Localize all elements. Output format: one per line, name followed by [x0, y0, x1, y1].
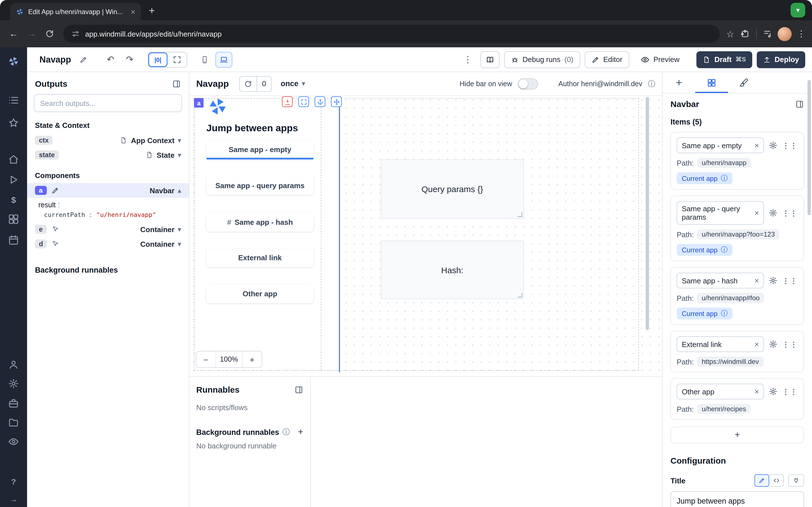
item-path[interactable]: u/henri/recipes [697, 404, 751, 414]
chevron-down-icon[interactable]: ▾ [178, 136, 181, 144]
gear-icon[interactable] [8, 378, 19, 389]
item-label-input[interactable]: Same app - query params × [677, 201, 764, 225]
gear-icon[interactable] [769, 209, 777, 217]
help-icon[interactable]: ? [8, 476, 19, 487]
drag-handle[interactable]: ⋮⋮ [782, 340, 798, 348]
anchor-icon[interactable] [315, 96, 325, 107]
site-settings-icon[interactable] [71, 29, 80, 38]
item-path[interactable]: u/henri/navapp [697, 158, 751, 168]
star-icon[interactable] [8, 117, 19, 128]
redo-button[interactable]: ↷ [122, 52, 138, 67]
item-path[interactable]: https://windmill.dev [697, 356, 763, 367]
connect-plug-icon[interactable] [788, 474, 804, 487]
close-icon[interactable]: × [755, 141, 759, 150]
address-bar[interactable]: app.windmill.dev/apps/edit/u/henri/navap… [63, 25, 719, 43]
move-icon[interactable] [331, 96, 342, 107]
component-row-container-d[interactable]: d Container ▾ [34, 237, 182, 251]
back-button[interactable]: ← [6, 26, 21, 42]
static-mode-pencil-icon[interactable] [755, 474, 769, 487]
desktop-view-icon[interactable] [215, 52, 232, 67]
resources-icon[interactable] [8, 214, 19, 225]
panel-icon[interactable] [795, 100, 804, 108]
dollar-icon[interactable]: $ [8, 194, 19, 205]
item-path[interactable]: u/henri/navapp?foo=123 [697, 229, 779, 239]
close-icon[interactable]: × [755, 387, 759, 396]
canvas-scrollbar[interactable] [646, 97, 649, 330]
title-field-input[interactable] [670, 491, 804, 507]
toolbox-icon[interactable] [8, 398, 19, 409]
item-label-input[interactable]: Other app × [677, 384, 764, 399]
component-row-navbar[interactable]: a Navbar ▴ [27, 183, 189, 198]
home-icon[interactable] [8, 154, 19, 165]
nav-item-same-app-query-params[interactable]: Same app - query params [206, 176, 313, 195]
chevron-down-icon[interactable]: ▾ [178, 240, 181, 247]
playlist-icon[interactable] [763, 29, 773, 39]
debug-runs-button[interactable]: Debug runs (0) [504, 51, 580, 68]
play-icon[interactable] [8, 174, 19, 185]
drag-handle[interactable]: ⋮⋮ [782, 276, 798, 285]
tab-close-button[interactable]: × [131, 7, 135, 16]
arrow-right-icon[interactable]: → [8, 494, 19, 505]
gear-icon[interactable] [769, 141, 777, 150]
result-line[interactable]: result: [34, 198, 182, 210]
gear-icon[interactable] [769, 276, 777, 285]
windmill-logo[interactable] [8, 56, 19, 67]
url-text[interactable]: app.windmill.dev/apps/edit/u/henri/navap… [85, 30, 221, 38]
info-icon[interactable]: ⓘ [283, 427, 290, 437]
drag-handle[interactable]: ⋮⋮ [782, 387, 798, 396]
refresh-button[interactable] [240, 76, 257, 91]
insert-down-icon[interactable] [282, 96, 293, 107]
gear-icon[interactable] [769, 340, 777, 349]
app-canvas[interactable]: a Jump between apps Same app - e [190, 96, 662, 376]
gear-icon[interactable] [769, 387, 777, 396]
chevron-down-icon[interactable]: ▾ [178, 151, 181, 159]
navbar-component-area[interactable] [195, 99, 339, 370]
ctx-row[interactable]: ctx App Context ▾ [34, 133, 182, 148]
info-icon[interactable]: ⓘ [721, 245, 728, 255]
chevron-up-icon[interactable]: ▴ [178, 187, 181, 194]
add-item-button[interactable]: + [670, 427, 804, 443]
hide-bar-toggle[interactable] [518, 78, 538, 89]
bookmark-star-button[interactable]: ☆ [725, 29, 735, 39]
docs-book-button[interactable] [480, 51, 499, 68]
fullscreen-icon[interactable] [167, 52, 187, 67]
expand-icon[interactable] [298, 96, 309, 107]
add-background-runnable-button[interactable]: + [298, 427, 303, 438]
browser-menu-button[interactable]: ⋮ [796, 29, 806, 39]
drag-handle[interactable]: ⋮⋮ [782, 141, 798, 150]
refresh-mode-dropdown[interactable]: once ▾ [281, 79, 305, 88]
close-icon[interactable]: × [755, 340, 759, 349]
panel-icon[interactable] [172, 79, 181, 88]
close-icon[interactable]: × [755, 276, 759, 285]
panel-icon[interactable] [294, 385, 303, 394]
grid-outline-button[interactable]: |0| [148, 52, 167, 67]
folder-icon[interactable] [8, 417, 19, 428]
edit-title-icon[interactable] [75, 52, 91, 67]
item-label-input[interactable]: External link × [677, 336, 764, 352]
mobile-view-icon[interactable] [196, 52, 213, 67]
pencil-icon[interactable] [51, 186, 59, 194]
components-tab[interactable] [695, 72, 728, 93]
deploy-button[interactable]: Deploy [756, 51, 805, 68]
current-path-line[interactable]: currentPath : "u/henri/navapp" [34, 210, 182, 222]
item-label-input[interactable]: Same app - empty × [677, 137, 764, 153]
zoom-out-button[interactable]: − [196, 351, 215, 367]
container-query-params[interactable]: Query params {} [380, 159, 524, 219]
item-label-input[interactable]: Same app - hash × [677, 273, 764, 288]
add-component-tab[interactable]: + [663, 72, 695, 93]
container-hash[interactable]: Hash: [380, 240, 524, 299]
search-outputs-input[interactable] [34, 94, 182, 112]
zoom-in-button[interactable]: + [243, 351, 262, 367]
undo-button[interactable]: ↶ [103, 52, 118, 67]
info-icon[interactable]: ⓘ [648, 78, 655, 89]
new-tab-button[interactable]: + [149, 5, 155, 17]
styling-tab[interactable] [728, 72, 761, 93]
state-row[interactable]: state State ▾ [34, 148, 182, 162]
reload-button[interactable] [42, 26, 57, 42]
header-menu-button[interactable]: ⋮ [460, 52, 476, 67]
drag-handle[interactable]: ⋮⋮ [782, 209, 798, 217]
nav-item-same-app-hash[interactable]: # Same app - hash [206, 213, 313, 231]
user-icon[interactable] [8, 359, 19, 370]
draft-button[interactable]: Draft ⌘S [696, 51, 752, 68]
close-icon[interactable]: × [755, 209, 759, 217]
